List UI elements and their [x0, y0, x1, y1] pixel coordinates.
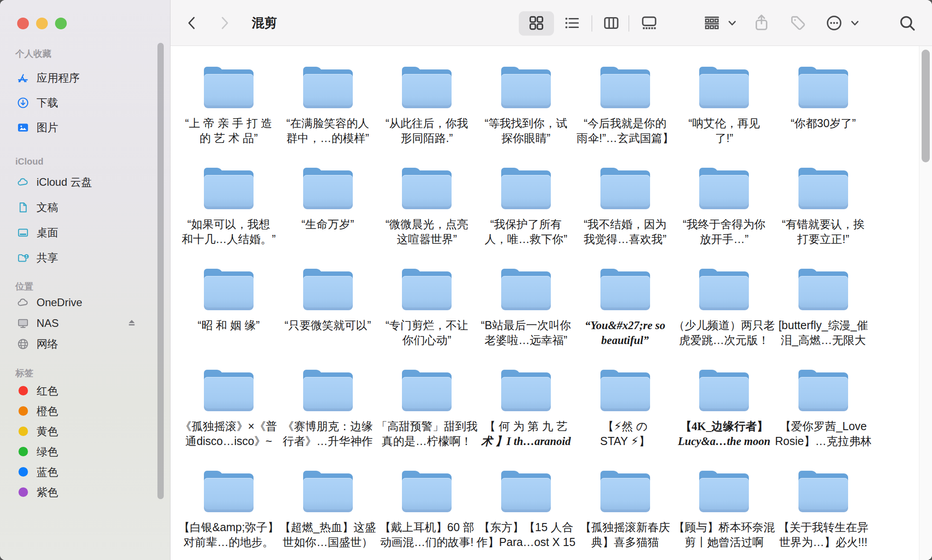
folder-name[interactable]: 【关于我转生在异世界为…】必火!!! — [771, 520, 876, 550]
group-by-button[interactable] — [701, 0, 722, 46]
folder-name[interactable]: “我保护了所有人，唯…救下你” — [474, 217, 578, 247]
folder-item[interactable]: （少儿频道）两只老虎爱跳…次元版！ — [674, 269, 774, 370]
folder-icon[interactable] — [501, 168, 551, 209]
folder-name[interactable]: （少儿频道）两只老虎爱跳…次元版！ — [672, 318, 776, 348]
folder-icon[interactable] — [303, 471, 353, 512]
folder-item[interactable]: 【东方】【15 人合作】Para…ost X 15 — [476, 471, 576, 560]
folder-name[interactable]: 《赛博朋克：边缘行者》…升华神作 — [276, 419, 380, 449]
folder-name[interactable]: 【4K_边缘行者】Lucy&a…the moon — [672, 419, 776, 449]
folder-item[interactable]: 【顾与】桥本环奈混剪丨她曾活过啊 — [674, 471, 774, 560]
zoom-button[interactable] — [55, 18, 67, 29]
folder-icon[interactable] — [501, 471, 551, 512]
folder-item[interactable]: “只要微笑就可以” — [278, 269, 378, 370]
folder-icon[interactable] — [699, 168, 749, 209]
sidebar-item-NAS[interactable]: NAS — [0, 313, 171, 334]
folder-item[interactable]: “生命万岁” — [278, 168, 378, 269]
folder-icon[interactable] — [402, 370, 452, 411]
folder-icon[interactable] — [600, 471, 650, 512]
folder-name[interactable]: “有错就要认，挨打要立正!” — [771, 217, 876, 247]
sidebar-item-红色[interactable]: 红色 — [0, 381, 171, 401]
folder-name[interactable]: “我终于舍得为你放开手…” — [672, 217, 776, 247]
search-button[interactable] — [895, 0, 920, 46]
folder-name[interactable]: [butterfly_综漫_催泪_高燃…无限大 — [771, 318, 876, 348]
sidebar-item-黄色[interactable]: 黄色 — [0, 421, 171, 441]
folder-icon[interactable] — [303, 67, 353, 108]
folder-name[interactable]: “你都30岁了” — [771, 116, 876, 131]
sidebar-item-图片[interactable]: 图片 — [0, 115, 171, 140]
folder-icon[interactable] — [798, 67, 848, 108]
folder-icon[interactable] — [501, 370, 551, 411]
folder-icon[interactable] — [204, 269, 254, 310]
folder-item[interactable]: 【爱你罗茜_LoveRosie】…克拉弗林 — [774, 370, 873, 471]
folder-item[interactable]: [butterfly_综漫_催泪_高燃…无限大 — [774, 269, 873, 370]
group-by-chevron[interactable] — [724, 0, 740, 46]
folder-name[interactable]: 【白银&amp;弥子】对前辈…的地步。 — [176, 520, 281, 550]
folder-item[interactable]: “上 帝 亲 手 打 造的 艺 术 品” — [179, 67, 278, 168]
folder-icon[interactable] — [402, 67, 452, 108]
folder-name[interactable]: “微微晨光，点亮这喧嚣世界” — [374, 217, 479, 247]
folder-name[interactable]: 【⚡然 のSTAY ⚡】 — [573, 419, 678, 449]
folder-name[interactable]: “专门剪烂，不让你们心动” — [374, 318, 479, 348]
folder-item[interactable]: “我终于舍得为你放开手…” — [674, 168, 774, 269]
folder-item[interactable]: “昭 和 姻 缘” — [179, 269, 278, 370]
column-view-button[interactable] — [599, 0, 624, 46]
content-scrollbar-track[interactable] — [919, 46, 932, 560]
folder-item[interactable]: “等我找到你，试探你眼睛” — [476, 67, 576, 168]
more-button[interactable] — [823, 0, 845, 46]
folder-icon[interactable] — [699, 67, 749, 108]
folder-item[interactable]: “呐艾伦，再见了!” — [674, 67, 774, 168]
share-button[interactable] — [749, 0, 774, 46]
folder-item[interactable]: 【白银&amp;弥子】对前辈…的地步。 — [179, 471, 278, 560]
sidebar-item-OneDrive[interactable]: OneDrive — [0, 292, 171, 313]
eject-icon[interactable] — [126, 318, 137, 329]
folder-icon[interactable] — [600, 67, 650, 108]
folder-icon[interactable] — [204, 67, 254, 108]
folder-name[interactable]: “在满脸笑容的人群中，…的模样” — [276, 116, 380, 146]
folder-item[interactable]: 【 何 为 第 九 艺术 】I th…aranoid — [476, 370, 576, 471]
folder-icon[interactable] — [798, 370, 848, 411]
folder-name[interactable]: “呐艾伦，再见了!” — [672, 116, 776, 146]
sidebar-scrollbar[interactable] — [157, 43, 164, 499]
folder-name[interactable]: 【超燃_热血】这盛世如你…国盛世） — [276, 520, 380, 550]
folder-item[interactable]: 《赛博朋克：边缘行者》…升华神作 — [278, 370, 378, 471]
folder-icon[interactable] — [600, 168, 650, 209]
folder-item[interactable]: 【⚡然 のSTAY ⚡】 — [576, 370, 675, 471]
folder-item[interactable]: “今后我就是你的雨伞!”…玄武国篇】 — [576, 67, 675, 168]
folder-icon[interactable] — [798, 168, 848, 209]
folder-name[interactable]: “B站最后一次叫你老婆啦…远幸福” — [474, 318, 578, 348]
folder-icon[interactable] — [501, 269, 551, 310]
sidebar-item-iCloud-云盘[interactable]: iCloud 云盘 — [0, 170, 171, 195]
folder-icon[interactable] — [204, 168, 254, 209]
folder-name[interactable]: 【戴上耳机】60 部动画混…们的故事! — [374, 520, 479, 550]
folder-name[interactable]: “从此往后，你我形同陌路.” — [374, 116, 479, 146]
folder-icon[interactable] — [798, 471, 848, 512]
folder-item[interactable]: “B站最后一次叫你老婆啦…远幸福” — [476, 269, 576, 370]
folder-name[interactable]: “生命万岁” — [276, 217, 380, 232]
folder-item[interactable]: 【4K_边缘行者】Lucy&a…the moon — [674, 370, 774, 471]
sidebar-item-下载[interactable]: 下载 — [0, 90, 171, 115]
folder-icon[interactable] — [204, 471, 254, 512]
folder-item[interactable]: “微微晨光，点亮这喧嚣世界” — [377, 168, 476, 269]
folder-icon[interactable] — [699, 269, 749, 310]
folder-item[interactable]: 【超燃_热血】这盛世如你…国盛世） — [278, 471, 378, 560]
folder-name[interactable]: 【爱你罗茜_LoveRosie】…克拉弗林 — [771, 419, 876, 449]
sidebar-item-应用程序[interactable]: 应用程序 — [0, 65, 171, 90]
minimize-button[interactable] — [36, 18, 48, 29]
folder-item[interactable]: “如果可以，我想和十几…人结婚。” — [179, 168, 278, 269]
folder-icon[interactable] — [402, 168, 452, 209]
folder-name[interactable]: 「高甜预警」甜到我真的是…柠檬啊！ — [374, 419, 479, 449]
content-scrollbar-thumb[interactable] — [922, 50, 930, 162]
folder-item[interactable]: 【关于我转生在异世界为…】必火!!! — [774, 471, 873, 560]
folder-icon[interactable] — [204, 370, 254, 411]
more-chevron[interactable] — [847, 0, 863, 46]
folder-icon[interactable] — [798, 269, 848, 310]
sidebar-item-桌面[interactable]: 桌面 — [0, 220, 171, 245]
folder-name[interactable]: 【 何 为 第 九 艺术 】I th…aranoid — [474, 419, 578, 449]
folder-name[interactable]: 《孤独摇滚》×《普通disco…isco》~ — [176, 419, 281, 449]
folder-icon[interactable] — [501, 67, 551, 108]
folder-name[interactable]: “我不结婚，因为我觉得…喜欢我” — [573, 217, 678, 247]
folder-item[interactable]: “我保护了所有人，唯…救下你” — [476, 168, 576, 269]
back-button[interactable] — [180, 0, 203, 46]
folder-item[interactable]: “我不结婚，因为我觉得…喜欢我” — [576, 168, 675, 269]
tags-button[interactable] — [785, 0, 811, 46]
